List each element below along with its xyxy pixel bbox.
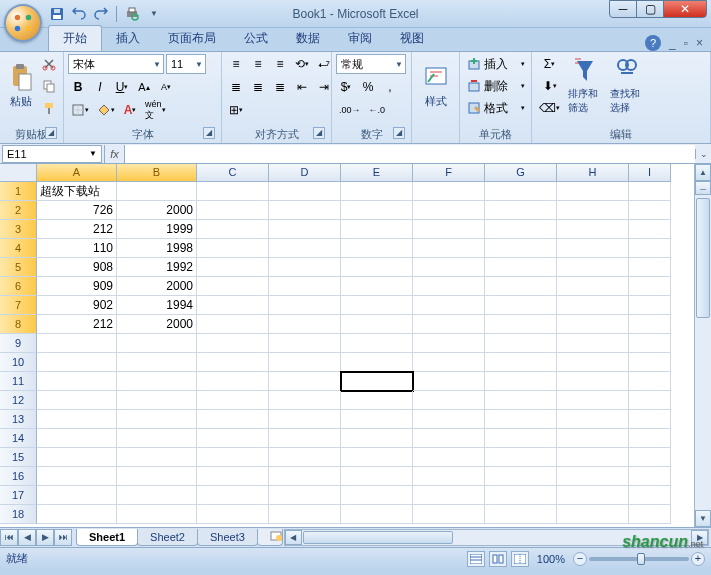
cell[interactable] — [629, 353, 671, 372]
cell[interactable]: 726 — [37, 201, 117, 220]
cell[interactable] — [485, 258, 557, 277]
cell[interactable] — [197, 277, 269, 296]
column-header[interactable]: I — [629, 164, 671, 182]
cell[interactable] — [557, 182, 629, 201]
clipboard-dialog-launcher[interactable]: ◢ — [45, 127, 57, 139]
cell[interactable]: 1992 — [117, 258, 197, 277]
office-button[interactable] — [4, 4, 42, 42]
fx-button[interactable]: fx — [104, 145, 124, 163]
cell[interactable] — [557, 353, 629, 372]
zoom-thumb[interactable] — [637, 553, 645, 565]
new-sheet-button[interactable] — [257, 529, 283, 546]
cell[interactable] — [413, 391, 485, 410]
cell[interactable] — [197, 353, 269, 372]
number-format-combo[interactable]: 常规▼ — [336, 54, 406, 74]
cell[interactable] — [629, 467, 671, 486]
cell[interactable] — [485, 372, 557, 391]
cell[interactable] — [413, 467, 485, 486]
sheet-last-icon[interactable]: ⏭ — [54, 529, 72, 546]
phonetic-button[interactable]: wén文▾ — [142, 100, 169, 120]
cell[interactable] — [197, 505, 269, 524]
cell[interactable] — [117, 429, 197, 448]
cell[interactable] — [117, 467, 197, 486]
cell[interactable] — [341, 391, 413, 410]
cell[interactable] — [341, 182, 413, 201]
number-dialog-launcher[interactable]: ◢ — [393, 127, 405, 139]
cell[interactable] — [117, 486, 197, 505]
cell[interactable] — [413, 410, 485, 429]
cell[interactable] — [117, 448, 197, 467]
page-layout-view-icon[interactable] — [489, 551, 507, 567]
cell[interactable] — [629, 372, 671, 391]
tab-插入[interactable]: 插入 — [102, 26, 154, 51]
tab-审阅[interactable]: 审阅 — [334, 26, 386, 51]
borders-button[interactable]: ▾ — [68, 100, 92, 120]
qat-customize-icon[interactable]: ▼ — [145, 5, 163, 23]
cell[interactable] — [269, 372, 341, 391]
cells-area[interactable]: 超级下载站72620002121999110199890819929092000… — [37, 182, 694, 527]
cell[interactable] — [269, 410, 341, 429]
cell[interactable] — [37, 486, 117, 505]
cell[interactable] — [557, 334, 629, 353]
cell[interactable] — [485, 315, 557, 334]
cell[interactable] — [485, 201, 557, 220]
find-select-button[interactable]: 查找和选择 — [607, 54, 647, 116]
row-header[interactable]: 9 — [0, 334, 37, 353]
cell[interactable] — [629, 505, 671, 524]
cell[interactable]: 超级下载站 — [37, 182, 117, 201]
formula-input[interactable] — [124, 145, 695, 163]
cell[interactable] — [341, 410, 413, 429]
cell[interactable]: 2000 — [117, 201, 197, 220]
cell[interactable] — [413, 429, 485, 448]
cell[interactable] — [557, 201, 629, 220]
cell[interactable] — [117, 505, 197, 524]
cell[interactable]: 212 — [37, 220, 117, 239]
cell[interactable] — [269, 182, 341, 201]
cell[interactable] — [413, 353, 485, 372]
cell[interactable] — [557, 467, 629, 486]
cell[interactable] — [557, 372, 629, 391]
tab-数据[interactable]: 数据 — [282, 26, 334, 51]
align-center-icon[interactable]: ≣ — [248, 77, 268, 97]
cell[interactable] — [485, 334, 557, 353]
cell[interactable] — [413, 258, 485, 277]
cell[interactable] — [485, 239, 557, 258]
undo-icon[interactable] — [70, 5, 88, 23]
cell[interactable] — [37, 467, 117, 486]
cell[interactable] — [557, 448, 629, 467]
cell[interactable] — [197, 258, 269, 277]
cell[interactable] — [197, 486, 269, 505]
cell[interactable] — [485, 182, 557, 201]
cell[interactable] — [341, 429, 413, 448]
cell[interactable] — [557, 429, 629, 448]
sort-filter-button[interactable]: 排序和筛选 — [565, 54, 605, 116]
cell[interactable] — [117, 334, 197, 353]
clear-icon[interactable]: ⌫▾ — [536, 98, 563, 118]
row-header[interactable]: 6 — [0, 277, 37, 296]
cell[interactable] — [413, 220, 485, 239]
redo-icon[interactable] — [92, 5, 110, 23]
column-header[interactable]: F — [413, 164, 485, 182]
cell[interactable] — [269, 258, 341, 277]
cell[interactable] — [117, 182, 197, 201]
cell[interactable] — [341, 353, 413, 372]
zoom-in-button[interactable]: + — [691, 552, 705, 566]
cell[interactable] — [197, 220, 269, 239]
cell[interactable] — [413, 505, 485, 524]
scroll-split-icon[interactable]: ─ — [695, 181, 711, 195]
cell[interactable] — [37, 353, 117, 372]
vertical-scrollbar[interactable]: ▲ ─ ▼ — [694, 164, 711, 527]
cell[interactable] — [413, 201, 485, 220]
row-header[interactable]: 14 — [0, 429, 37, 448]
scroll-right-icon[interactable]: ▶ — [691, 530, 708, 545]
column-header[interactable]: B — [117, 164, 197, 182]
cell[interactable] — [269, 448, 341, 467]
paste-button[interactable]: 粘贴 — [4, 54, 37, 116]
comma-format-icon[interactable]: , — [380, 77, 400, 97]
cell[interactable] — [629, 239, 671, 258]
sheet-tab[interactable]: Sheet3 — [197, 529, 258, 546]
cell[interactable] — [341, 315, 413, 334]
row-header[interactable]: 8 — [0, 315, 37, 334]
cell[interactable] — [485, 353, 557, 372]
cell[interactable] — [269, 505, 341, 524]
